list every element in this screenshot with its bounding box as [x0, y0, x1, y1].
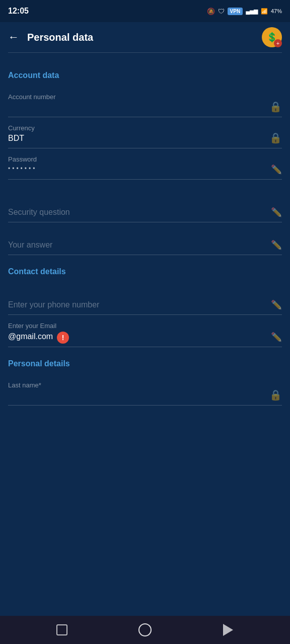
status-bar: 12:05 🔕 🛡 VPN ▄▅▆ 📶 47%	[0, 0, 290, 22]
nav-recent-apps-button[interactable]	[53, 621, 71, 639]
bell-mute-icon: 🔕	[207, 8, 215, 15]
email-label: Enter your Email	[8, 322, 267, 330]
main-content: Account data Account number 🔒 Currency B…	[0, 53, 290, 616]
currency-field: Currency BDT 🔒	[8, 119, 282, 148]
back-triangle-icon	[223, 624, 233, 636]
email-value-row: @gmail.com !	[8, 332, 267, 344]
account-number-value	[8, 103, 265, 114]
security-answer-placeholder: Your answer	[8, 240, 267, 252]
password-value: •••••••	[8, 165, 267, 176]
back-button[interactable]: ←	[8, 31, 19, 44]
last-name-lock-icon: 🔒	[269, 389, 282, 401]
currency-label: Currency	[8, 124, 265, 132]
security-question-placeholder: Security question	[8, 208, 267, 219]
security-question-edit-icon[interactable]: ✏️	[271, 207, 282, 218]
password-label: Password	[8, 155, 267, 163]
bottom-nav	[0, 616, 290, 644]
coin-wallet-button[interactable]: 💲 +	[262, 27, 282, 47]
status-time: 12:05	[8, 7, 29, 16]
phone-edit-icon[interactable]: ✏️	[271, 299, 282, 310]
home-icon	[138, 623, 152, 636]
password-edit-icon[interactable]: ✏️	[271, 164, 282, 175]
last-name-field: Last name* 🔒	[8, 376, 282, 406]
shield-icon: 🛡	[218, 8, 225, 15]
last-name-value	[8, 391, 265, 402]
last-name-label: Last name*	[8, 381, 265, 389]
wifi-icon: 📶	[261, 8, 268, 15]
security-answer-edit-icon[interactable]: ✏️	[271, 239, 282, 251]
personal-details-section-title: Personal details	[8, 359, 282, 368]
currency-value: BDT	[8, 134, 265, 145]
recent-apps-icon	[56, 624, 67, 635]
coin-add-icon: +	[274, 39, 282, 47]
vpn-badge: VPN	[228, 8, 243, 15]
email-value: @gmail.com	[8, 332, 53, 343]
account-number-label: Account number	[8, 93, 265, 101]
app-bar: ← Personal data 💲 +	[0, 22, 290, 52]
contact-details-section-title: Contact details	[8, 267, 282, 276]
security-question-field: Security question ✏️	[8, 202, 282, 222]
phone-placeholder: Enter your phone number	[8, 300, 267, 311]
account-number-lock-icon: 🔒	[269, 101, 282, 113]
status-icons: 🔕 🛡 VPN ▄▅▆ 📶 47%	[207, 8, 282, 15]
account-number-field: Account number 🔒	[8, 88, 282, 117]
battery-icon: 47%	[271, 8, 282, 14]
email-field: Enter your Email @gmail.com ! ✏️	[8, 317, 282, 347]
account-data-section-title: Account data	[8, 71, 282, 80]
page-title: Personal data	[27, 32, 262, 43]
signal-icon: ▄▅▆	[246, 8, 258, 15]
nav-back-button[interactable]	[219, 621, 237, 639]
nav-home-button[interactable]	[136, 621, 154, 639]
currency-lock-icon: 🔒	[269, 132, 282, 144]
password-field: Password ••••••• ✏️	[8, 150, 282, 180]
security-answer-field: Your answer ✏️	[8, 234, 282, 255]
phone-field: Enter your phone number ✏️	[8, 294, 282, 315]
email-edit-icon[interactable]: ✏️	[271, 332, 282, 343]
email-error-badge: !	[57, 332, 69, 344]
